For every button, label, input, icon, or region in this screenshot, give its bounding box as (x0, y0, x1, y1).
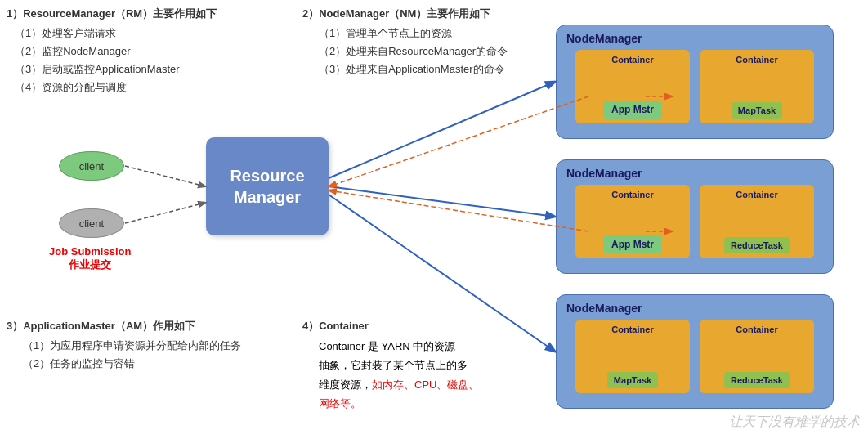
client-green-label: client (79, 160, 104, 172)
section4-desc5: 网络等。 (319, 397, 361, 410)
main-container: 1）ResourceManager（RM）主要作用如下 （1）处理客户端请求 （… (0, 0, 868, 439)
container-2-1-label: Container (575, 190, 690, 199)
container-2-2: Container ReduceTask (700, 185, 814, 258)
container-2-1: Container App Mstr (575, 185, 690, 258)
container-2-2-inner: ReduceTask (724, 237, 790, 253)
section4-desc2: 抽象，它封装了某个节点上的多 (319, 359, 468, 371)
arrow-client2-rm (125, 203, 205, 223)
arrow-nm2-rm-orange (329, 190, 588, 231)
node-panel-3-title: NodeManager (563, 302, 826, 315)
section-1: 1）ResourceManager（RM）主要作用如下 （1）处理客户端请求 （… (7, 7, 284, 96)
node-panel-2-containers: Container App Mstr Container ReduceTask (563, 185, 826, 258)
client-gray: client (59, 208, 124, 238)
resource-manager-label: ResourceManager (230, 165, 304, 208)
container-2-2-label: Container (700, 190, 814, 199)
section-3: 3）ApplicationMaster（AM）作用如下 （1）为应用程序申请资源… (7, 319, 284, 373)
container-3-1-inner: MapTask (607, 372, 658, 388)
section1-title: 1）ResourceManager（RM）主要作用如下 (7, 7, 284, 21)
section3-item3: （2）任务的监控与容错 (7, 355, 284, 373)
section2-item1: （1）管理单个节点上的资源 (302, 25, 580, 43)
section4-desc3: 维度资源， (319, 379, 372, 391)
container-2-1-inner: App Mstr (603, 235, 662, 253)
section4-title: 4）Container (302, 319, 548, 334)
client-green: client (59, 151, 124, 181)
container-3-2: Container ReduceTask (700, 320, 814, 393)
section1-item4: （4）资源的分配与调度 (7, 78, 284, 96)
container-1-1-label: Container (575, 55, 690, 65)
section-2: 2）NodeManager（NM）主要作用如下 （1）管理单个节点上的资源 （2… (302, 7, 580, 78)
watermark: 让天下没有难学的技术 (729, 414, 860, 431)
node-panel-3-containers: Container MapTask Container ReduceTask (563, 320, 826, 393)
container-1-1: Container App Mstr (575, 50, 690, 123)
job-submission-en: Job Submission (49, 245, 131, 258)
client-gray-label: client (79, 217, 104, 230)
node-panel-1: NodeManager Container App Mstr Container… (556, 25, 834, 139)
arrow-client1-rm (125, 166, 205, 186)
arrow-nm1-rm-orange (329, 96, 588, 186)
container-3-1-label: Container (575, 325, 690, 334)
container-1-1-inner: App Mstr (603, 101, 662, 119)
arrow-rm-nm1-blue (329, 82, 555, 178)
section1-item2: （2）监控NodeManager (7, 43, 284, 60)
section1-item3: （3）启动或监控ApplicationMaster (7, 60, 284, 78)
resource-manager-box: ResourceManager (206, 137, 329, 235)
section1-item1: （1）处理客户端请求 (7, 25, 284, 43)
container-3-1: Container MapTask (575, 320, 690, 393)
container-3-2-inner: ReduceTask (724, 372, 790, 388)
arrow-rm-nm2-blue (329, 186, 555, 217)
container-1-2-inner: MapTask (732, 102, 782, 119)
node-panel-2: NodeManager Container App Mstr Container… (556, 159, 834, 274)
container-1-2-label: Container (700, 55, 814, 65)
job-submission-label: Job Submission 作业提交 (49, 245, 131, 272)
section3-item1: （1）为应用程序申请资源并分配给内部的任务 (7, 337, 284, 355)
node-panel-2-title: NodeManager (563, 167, 826, 180)
node-panel-3: NodeManager Container MapTask Container … (556, 294, 834, 409)
section2-title: 2）NodeManager（NM）主要作用如下 (302, 7, 580, 21)
section3-title: 3）ApplicationMaster（AM）作用如下 (7, 319, 284, 334)
job-submission-cn: 作业提交 (49, 258, 131, 272)
section2-item2: （2）处理来自ResourceManager的命令 (302, 43, 580, 60)
section2-item3: （3）处理来自ApplicationMaster的命令 (302, 60, 580, 78)
container-3-2-label: Container (700, 325, 814, 334)
node-panel-1-containers: Container App Mstr Container MapTask (563, 50, 826, 123)
node-panel-1-title: NodeManager (563, 32, 826, 45)
section4-desc1: Container 是 YARN 中的资源 (319, 340, 455, 352)
section4-desc4: 如内存、CPU、磁盘、 (372, 379, 479, 391)
section-4: 4）Container Container 是 YARN 中的资源 抽象，它封装… (302, 319, 548, 414)
container-1-2: Container MapTask (700, 50, 814, 123)
